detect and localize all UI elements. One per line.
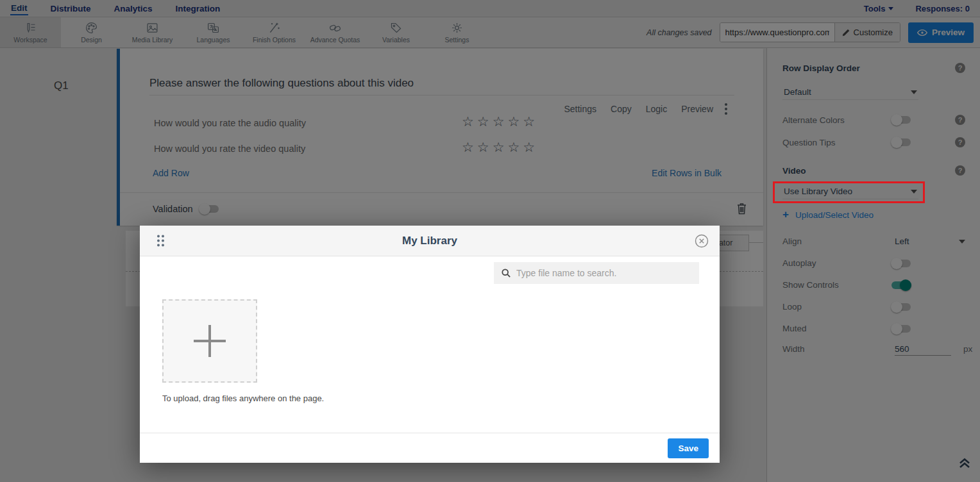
close-icon [695, 234, 709, 248]
plus-icon [189, 320, 231, 362]
my-library-modal: My Library To upload, drag files anywher… [140, 226, 720, 463]
modal-footer: Save [140, 433, 720, 463]
close-button[interactable] [695, 234, 709, 251]
upload-hint-text: To upload, drag files anywhere on the pa… [162, 394, 324, 403]
search-icon [502, 269, 511, 278]
save-button[interactable]: Save [668, 438, 709, 458]
upload-tile[interactable] [162, 299, 257, 383]
modal-header: My Library [140, 226, 720, 256]
drag-handle[interactable] [156, 234, 165, 250]
drag-dots-icon [156, 234, 165, 247]
modal-title: My Library [140, 235, 720, 247]
library-search [494, 262, 699, 284]
search-input[interactable] [516, 268, 691, 278]
